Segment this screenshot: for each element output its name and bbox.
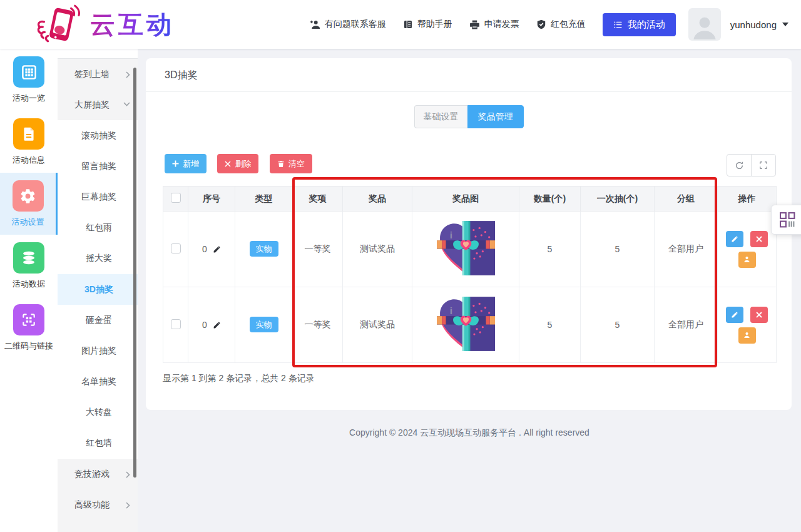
- brand-logo[interactable]: 云互动: [35, 4, 175, 45]
- prize-image-cell: [412, 287, 519, 363]
- refresh-button[interactable]: [727, 154, 752, 176]
- row-assign-user-button[interactable]: [738, 252, 756, 268]
- submenu-item-redpacket-rain[interactable]: 红包雨: [58, 213, 138, 243]
- gear-icon: [13, 180, 44, 212]
- table-header-row: 序号 类型 奖项 奖品 奖品图 数量(个) 一次抽(个) 分组 操作: [163, 187, 777, 212]
- chevron-down-icon: [782, 23, 788, 26]
- row-checkbox[interactable]: [171, 319, 181, 329]
- submenu-scrollbar[interactable]: [133, 68, 136, 478]
- x-icon: [225, 161, 231, 167]
- submenu-item-rolling-lottery[interactable]: 滚动抽奖: [58, 120, 138, 151]
- book-icon: [403, 19, 413, 29]
- submenu-item-golden-egg[interactable]: 砸金蛋: [58, 305, 138, 335]
- submenu-item-label: 砸金蛋: [86, 315, 112, 326]
- my-activities-button[interactable]: 我的活动: [603, 13, 676, 36]
- row-delete-button[interactable]: [750, 231, 768, 247]
- document-icon: [13, 118, 44, 150]
- chevron-down-icon: [123, 102, 130, 106]
- submenu-item-giantscreen-lottery[interactable]: 巨幕抽奖: [58, 182, 138, 212]
- column-header-prize-image: 奖品图: [412, 187, 519, 212]
- row-edit-button[interactable]: [726, 307, 743, 323]
- user-menu[interactable]: yunhudong: [730, 19, 788, 30]
- sidebar-item-activity-settings[interactable]: 活动设置: [0, 173, 58, 235]
- column-header-per-draw: 一次抽(个): [581, 187, 655, 212]
- column-header-seq: 序号: [188, 187, 235, 212]
- prize-name-cell: 测试奖品: [343, 212, 412, 287]
- x-icon: [756, 236, 762, 242]
- quantity-cell: 5: [519, 212, 581, 287]
- submenu-item-3d-lottery[interactable]: 3D抽奖: [58, 274, 138, 305]
- per-draw-cell: 5: [581, 287, 655, 363]
- prize-level-cell: 一等奖: [293, 287, 343, 363]
- tab-basic-settings[interactable]: 基础设置: [414, 105, 467, 128]
- content-card: 3D抽奖 基础设置 奖品管理 新增: [146, 58, 792, 410]
- submenu-item-label: 红包墙: [86, 437, 112, 449]
- row-checkbox[interactable]: [171, 243, 181, 253]
- row-delete-button[interactable]: [750, 307, 768, 323]
- edit-seq-icon[interactable]: [213, 245, 221, 253]
- prize-table: 序号 类型 奖项 奖品 奖品图 数量(个) 一次抽(个) 分组 操作: [163, 186, 777, 363]
- delete-button[interactable]: 删除: [217, 154, 258, 173]
- floating-widget-button[interactable]: [771, 205, 801, 235]
- nav-label: 帮助手册: [417, 19, 452, 30]
- row-assign-user-button[interactable]: [738, 327, 756, 344]
- fullscreen-icon: [759, 161, 768, 170]
- submenu-item-label: 摇大奖: [86, 253, 112, 264]
- submenu-item-message-lottery[interactable]: 留言抽奖: [58, 151, 138, 182]
- select-all-checkbox[interactable]: [171, 193, 181, 203]
- add-button[interactable]: 新增: [165, 154, 207, 173]
- submenu-item-label: 图片抽奖: [81, 345, 116, 357]
- nav-redpacket-recharge[interactable]: 红包充值: [536, 19, 586, 30]
- grid-icon: [13, 56, 44, 88]
- column-header-actions: 操作: [718, 187, 777, 212]
- database-icon: [13, 242, 44, 274]
- submenu-item-picture-lottery[interactable]: 图片抽奖: [58, 335, 138, 366]
- submenu-item-wheel-of-fortune[interactable]: 大转盘: [58, 397, 138, 428]
- seq-value: 0: [202, 244, 207, 254]
- tab-bar: 基础设置 奖品管理: [146, 105, 792, 128]
- my-activities-label: 我的活动: [628, 19, 665, 31]
- submenu-group-label: 大屏抽奖: [74, 100, 110, 111]
- person-icon: [743, 255, 751, 263]
- list-icon: [613, 20, 623, 29]
- fullscreen-button[interactable]: [751, 154, 776, 176]
- type-badge: 实物: [250, 241, 278, 257]
- sidebar-item-activity-info[interactable]: 活动信息: [0, 111, 58, 173]
- chevron-right-icon: [126, 71, 130, 78]
- column-header-group: 分组: [655, 187, 718, 212]
- nav-contact-support[interactable]: 有问题联系客服: [310, 19, 386, 30]
- row-edit-button[interactable]: [726, 231, 743, 247]
- top-header: 云互动 有问题联系客服 帮助手册: [0, 0, 801, 49]
- column-header-type: 类型: [235, 187, 293, 212]
- app-window: 云互动 有问题联系客服 帮助手册: [0, 0, 801, 532]
- sidebar-item-activity-overview[interactable]: 活动一览: [0, 49, 58, 111]
- tab-prize-management[interactable]: 奖品管理: [467, 105, 524, 128]
- submenu-item-namelist-lottery[interactable]: 名单抽奖: [58, 367, 138, 397]
- submenu-group-competitive-games[interactable]: 竞技游戏: [58, 459, 138, 489]
- hand-phone-logo-icon: [35, 4, 80, 45]
- prize-name-cell: 测试奖品: [343, 287, 412, 363]
- submenu-item-redpacket-wall[interactable]: 红包墙: [58, 428, 138, 459]
- submenu-item-shake-prize[interactable]: 摇大奖: [58, 243, 138, 274]
- submenu-group-advanced-features[interactable]: 高级功能: [58, 489, 138, 520]
- tab-label: 基础设置: [424, 111, 459, 123]
- nav-help-manual[interactable]: 帮助手册: [403, 19, 452, 30]
- nav-request-invoice[interactable]: 申请发票: [469, 19, 519, 30]
- main-content: 3D抽奖 基础设置 奖品管理 新增: [138, 49, 801, 532]
- clear-button[interactable]: 清空: [270, 154, 312, 173]
- table-row: 0 实物 一等奖 测试奖品 5 5: [163, 287, 777, 363]
- sidebar-item-activity-data[interactable]: 活动数据: [0, 235, 58, 297]
- avatar[interactable]: [688, 8, 721, 41]
- submenu-group-signin-wall[interactable]: 签到上墙: [58, 59, 138, 90]
- sidebar-item-label: 活动数据: [13, 279, 45, 290]
- sidebar-item-qrcode-links[interactable]: 二维码与链接: [0, 297, 58, 359]
- sidebar-item-label: 二维码与链接: [4, 340, 53, 352]
- person-plus-icon: [310, 19, 320, 30]
- heart-gift-image: [437, 297, 495, 351]
- submenu-group-bigscreen-lottery[interactable]: 大屏抽奖: [58, 90, 138, 120]
- plus-icon: [172, 160, 179, 167]
- tab-label: 奖品管理: [478, 111, 513, 123]
- nav-label: 申请发票: [484, 19, 519, 30]
- edit-seq-icon[interactable]: [213, 321, 221, 329]
- submenu-item-label: 名单抽奖: [81, 376, 116, 387]
